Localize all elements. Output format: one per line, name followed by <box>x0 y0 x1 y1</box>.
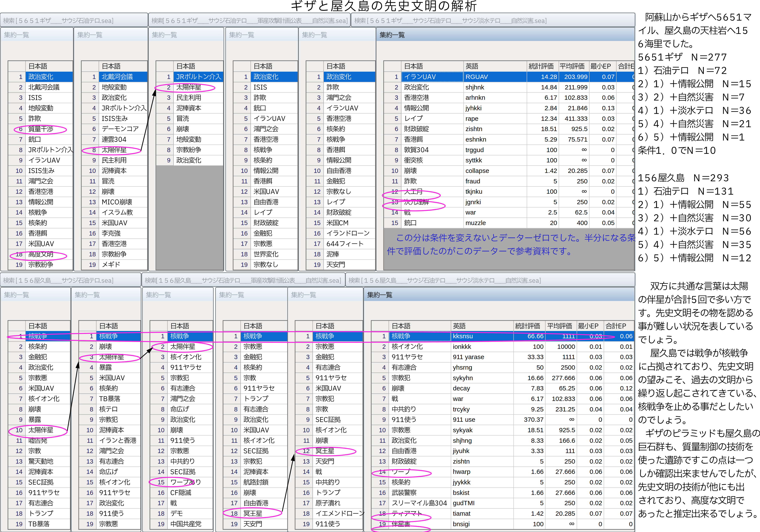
svg-text:7: 7 <box>234 395 238 402</box>
svg-text:0.0: 0.0 <box>632 219 641 226</box>
svg-text:RGUAV: RGUAV <box>465 73 488 80</box>
svg-text:0.01: 0.01 <box>590 343 602 350</box>
svg-text:0.02: 0.02 <box>620 426 633 434</box>
svg-text:18: 18 <box>16 510 23 517</box>
svg-text:0.02: 0.02 <box>602 125 615 132</box>
svg-text:7: 7 <box>92 136 96 143</box>
svg-text:400: 400 <box>577 219 588 226</box>
svg-text:7: 7 <box>19 395 23 402</box>
svg-text:bskist: bskist <box>453 489 469 496</box>
svg-text:4: 4 <box>382 364 386 371</box>
svg-text:0.02: 0.02 <box>620 500 633 507</box>
svg-text:7: 7 <box>90 395 93 402</box>
svg-text:zishtn: zishtn <box>465 125 482 132</box>
svg-text:0: 0 <box>611 146 615 153</box>
svg-text:1: 1 <box>161 333 165 340</box>
svg-text:0.02: 0.02 <box>620 458 633 465</box>
svg-text:19: 19 <box>231 521 238 527</box>
svg-text:2: 2 <box>19 343 23 350</box>
svg-text:5: 5 <box>553 178 557 185</box>
svg-text:21.846: 21.846 <box>568 105 588 112</box>
svg-text:2: 2 <box>395 84 398 91</box>
svg-text:0.04: 0.04 <box>602 209 615 216</box>
svg-text:2: 2 <box>244 84 248 91</box>
svg-text:9: 9 <box>395 157 398 164</box>
svg-text:33.33: 33.33 <box>528 353 544 361</box>
svg-text:3: 3 <box>382 354 386 361</box>
svg-text:13: 13 <box>158 458 165 465</box>
svg-text:jyykkk: jyykkk <box>453 479 471 486</box>
svg-text:13: 13 <box>231 458 238 465</box>
svg-text:111: 111 <box>565 447 575 454</box>
svg-text:jgnrki: jgnrki <box>465 198 481 206</box>
svg-text:0.07: 0.07 <box>602 73 615 80</box>
svg-text:8: 8 <box>167 147 170 153</box>
svg-text:6.17: 6.17 <box>531 395 544 402</box>
svg-text:14.28: 14.28 <box>541 73 557 80</box>
svg-text:9: 9 <box>167 157 170 164</box>
svg-text:18: 18 <box>314 251 321 258</box>
svg-text:411.333: 411.333 <box>565 115 588 122</box>
svg-text:911 use: 911 use <box>453 416 475 423</box>
svg-text:0.03: 0.03 <box>620 447 633 454</box>
svg-text:hwarp: hwarp <box>453 468 470 475</box>
svg-text:10: 10 <box>379 427 386 434</box>
svg-text:13: 13 <box>86 458 93 465</box>
svg-text:2.84: 2.84 <box>545 105 557 112</box>
svg-text:12.34: 12.34 <box>541 115 557 122</box>
svg-text:0.02: 0.02 <box>602 198 615 206</box>
svg-text:15: 15 <box>86 479 93 486</box>
svg-text:18: 18 <box>303 510 310 517</box>
svg-text:0.02: 0.02 <box>590 364 602 371</box>
svg-text:17: 17 <box>16 240 23 247</box>
svg-text:8: 8 <box>244 147 248 153</box>
svg-text:11: 11 <box>379 437 386 444</box>
svg-text:14: 14 <box>86 468 93 475</box>
svg-text:0.07: 0.07 <box>590 510 602 517</box>
svg-text:100: 100 <box>546 146 557 153</box>
svg-text:5: 5 <box>306 374 310 381</box>
svg-text:0.06: 0.06 <box>590 374 602 381</box>
svg-text:12: 12 <box>379 448 386 454</box>
svg-text:0.03: 0.03 <box>620 353 633 361</box>
svg-text:17: 17 <box>303 500 310 507</box>
svg-text:17: 17 <box>241 240 248 247</box>
svg-text:4: 4 <box>19 364 23 371</box>
svg-text:8: 8 <box>395 147 398 153</box>
svg-text:4: 4 <box>306 364 310 371</box>
svg-text:16: 16 <box>16 230 23 237</box>
svg-text:2: 2 <box>306 343 310 350</box>
svg-text:10: 10 <box>314 167 321 174</box>
svg-text:3: 3 <box>395 94 398 101</box>
svg-text:3: 3 <box>306 354 310 361</box>
svg-text:100: 100 <box>546 157 557 164</box>
svg-text:0.06: 0.06 <box>620 395 633 402</box>
svg-text:0.12: 0.12 <box>620 385 633 392</box>
svg-text:2: 2 <box>382 343 386 350</box>
svg-text:0.06: 0.06 <box>590 489 602 496</box>
svg-text:rape: rape <box>465 115 478 122</box>
svg-text:11: 11 <box>303 437 310 444</box>
svg-text:0.03: 0.03 <box>590 353 602 361</box>
svg-text:65.25: 65.25 <box>559 385 575 392</box>
svg-text:16: 16 <box>241 230 248 237</box>
svg-text:2500: 2500 <box>561 364 575 371</box>
svg-text:8: 8 <box>234 406 238 413</box>
svg-text:9: 9 <box>90 416 93 423</box>
svg-text:250: 250 <box>564 458 575 465</box>
svg-text:18: 18 <box>89 251 96 258</box>
svg-text:0.06: 0.06 <box>620 332 633 340</box>
svg-text:zishtn: zishtn <box>453 458 470 465</box>
svg-text:1: 1 <box>234 333 238 340</box>
svg-text:16: 16 <box>16 489 23 496</box>
svg-text:3: 3 <box>19 94 23 101</box>
svg-text:jiyuhk: jiyuhk <box>453 447 470 454</box>
svg-text:10: 10 <box>158 427 165 434</box>
svg-text:8: 8 <box>90 406 93 413</box>
svg-text:5: 5 <box>92 115 96 122</box>
svg-text:18: 18 <box>16 251 23 258</box>
svg-text:6: 6 <box>161 385 165 392</box>
svg-text:14: 14 <box>314 209 321 216</box>
svg-text:1: 1 <box>244 73 248 80</box>
svg-text:16: 16 <box>86 489 93 496</box>
